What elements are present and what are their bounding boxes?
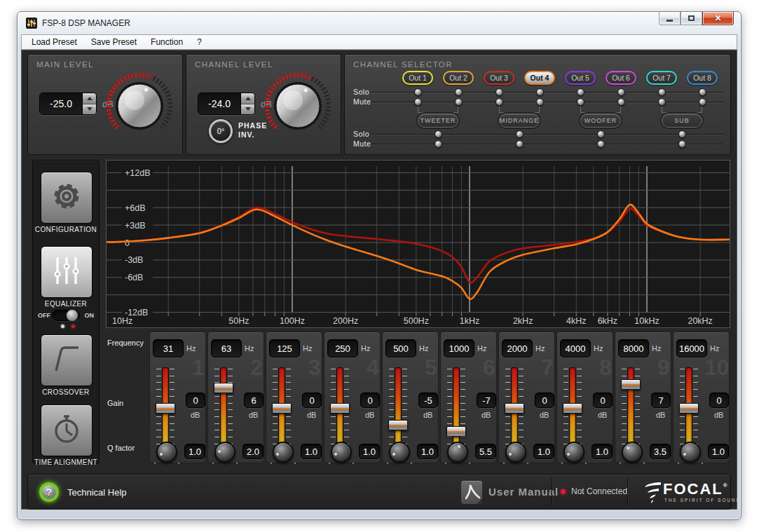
- group-solo-led-sub[interactable]: [678, 130, 686, 138]
- output-button-out-8[interactable]: Out 8: [687, 71, 718, 85]
- solo-led-out-7[interactable]: [658, 88, 666, 96]
- sidebar-item-crossover[interactable]: [41, 334, 93, 386]
- band-q-value[interactable]: 1.0: [592, 444, 613, 459]
- band-q-knob[interactable]: [680, 442, 701, 463]
- output-button-out-1[interactable]: Out 1: [402, 71, 433, 85]
- band-gain-slider-handle[interactable]: [330, 403, 350, 414]
- output-button-out-7[interactable]: Out 7: [646, 71, 677, 85]
- band-q-value[interactable]: 3.5: [650, 444, 671, 459]
- band-q-value[interactable]: 1.0: [417, 444, 438, 459]
- band-q-value[interactable]: 1.0: [301, 444, 322, 459]
- band-gain-value[interactable]: 0: [186, 393, 205, 408]
- mute-led-out-6[interactable]: [617, 98, 625, 106]
- band-gain-value[interactable]: 6: [244, 393, 264, 408]
- band-q-knob[interactable]: [447, 442, 468, 463]
- menu-help[interactable]: ?: [190, 35, 209, 49]
- channel-level-decrement-button[interactable]: [241, 104, 254, 115]
- group-solo-led-woofer[interactable]: [597, 130, 605, 138]
- group-solo-led-tweeter[interactable]: [435, 130, 442, 138]
- channel-level-knob[interactable]: [261, 69, 334, 142]
- band-q-knob[interactable]: [156, 442, 177, 463]
- band-gain-slider-handle[interactable]: [272, 403, 292, 414]
- main-level-value[interactable]: -25.0: [40, 93, 82, 114]
- band-gain-slider-handle[interactable]: [214, 383, 233, 393]
- band-gain-slider-handle[interactable]: [388, 420, 408, 430]
- minimize-button[interactable]: [659, 12, 681, 25]
- output-button-out-3[interactable]: Out 3: [484, 71, 514, 85]
- band-q-knob[interactable]: [563, 442, 584, 463]
- band-gain-value[interactable]: -7: [477, 393, 496, 408]
- main-level-knob[interactable]: [103, 69, 176, 142]
- group-button-tweeter[interactable]: TWEETER: [418, 114, 458, 128]
- channel-level-value[interactable]: -24.0: [198, 93, 240, 114]
- toggle-knob[interactable]: [66, 309, 78, 322]
- group-button-midrange[interactable]: MIDRANGE: [499, 114, 540, 128]
- main-level-increment-button[interactable]: [83, 93, 96, 104]
- band-q-knob[interactable]: [331, 442, 352, 463]
- solo-led-out-1[interactable]: [414, 88, 422, 96]
- main-level-decrement-button[interactable]: [83, 104, 96, 115]
- eq-response-graph[interactable]: +12dB+6dB+3dB0-3dB-6dB-12dB10Hz50Hz100Hz…: [106, 160, 730, 328]
- band-q-knob[interactable]: [273, 442, 294, 463]
- solo-led-out-6[interactable]: [617, 88, 625, 96]
- band-frequency-value[interactable]: 2000: [502, 339, 533, 357]
- band-frequency-value[interactable]: 4000: [560, 339, 591, 357]
- channel-level-increment-button[interactable]: [241, 93, 254, 104]
- band-gain-slider-handle[interactable]: [505, 403, 524, 414]
- band-q-value[interactable]: 1.0: [533, 444, 554, 459]
- output-button-out-2[interactable]: Out 2: [443, 71, 474, 85]
- band-gain-slider-handle[interactable]: [679, 403, 699, 414]
- maximize-button[interactable]: [681, 12, 702, 25]
- solo-led-out-8[interactable]: [699, 88, 706, 96]
- band-gain-slider-handle[interactable]: [446, 426, 466, 437]
- band-frequency-value[interactable]: 125: [269, 339, 300, 357]
- solo-led-out-5[interactable]: [577, 88, 584, 96]
- band-q-value[interactable]: 2.0: [242, 444, 264, 459]
- mute-led-out-1[interactable]: [414, 98, 422, 106]
- band-q-value[interactable]: 1.0: [359, 444, 380, 459]
- technical-help-button[interactable]: ?: [39, 482, 59, 502]
- band-gain-value[interactable]: 0: [593, 393, 613, 408]
- sidebar-item-time-alignment[interactable]: [41, 404, 93, 456]
- equalizer-onoff-toggle[interactable]: [52, 310, 80, 321]
- band-gain-value[interactable]: 0: [302, 393, 322, 408]
- user-manual-button[interactable]: User Manual: [488, 486, 559, 498]
- band-frequency-value[interactable]: 8000: [618, 339, 649, 357]
- band-q-value[interactable]: 1.0: [708, 444, 729, 459]
- band-gain-slider-handle[interactable]: [563, 403, 582, 414]
- band-frequency-value[interactable]: 16000: [676, 339, 707, 357]
- band-gain-value[interactable]: 7: [651, 393, 671, 408]
- solo-led-out-3[interactable]: [495, 88, 503, 96]
- group-mute-led-tweeter[interactable]: [435, 140, 442, 148]
- group-mute-led-midrange[interactable]: [516, 140, 524, 148]
- band-gain-slider-track[interactable]: [220, 367, 227, 449]
- band-frequency-value[interactable]: 500: [385, 339, 416, 357]
- band-frequency-value[interactable]: 250: [327, 339, 358, 357]
- phase-invert-button[interactable]: 0°: [209, 119, 233, 143]
- output-button-out-5[interactable]: Out 5: [565, 71, 596, 85]
- band-gain-slider-handle[interactable]: [621, 379, 641, 390]
- solo-led-out-2[interactable]: [455, 88, 463, 96]
- band-frequency-value[interactable]: 31: [153, 339, 184, 357]
- band-gain-value[interactable]: -5: [418, 393, 438, 408]
- mute-led-out-2[interactable]: [455, 98, 463, 106]
- group-button-woofer[interactable]: WOOFER: [580, 114, 621, 128]
- band-q-value[interactable]: 1.0: [184, 444, 205, 459]
- band-gain-value[interactable]: 0: [709, 393, 729, 408]
- close-button[interactable]: ✕: [702, 12, 734, 25]
- titlebar[interactable]: FSP-8 DSP MANAGER ✕: [18, 12, 741, 34]
- output-button-out-6[interactable]: Out 6: [606, 71, 636, 85]
- band-q-knob[interactable]: [389, 442, 410, 463]
- group-mute-led-sub[interactable]: [678, 140, 686, 148]
- band-q-value[interactable]: 5.5: [475, 444, 496, 459]
- menu-load-preset[interactable]: Load Preset: [25, 35, 84, 49]
- band-frequency-value[interactable]: 63: [211, 339, 242, 357]
- sidebar-item-equalizer[interactable]: [41, 246, 93, 298]
- solo-led-out-4[interactable]: [536, 88, 544, 96]
- menu-function[interactable]: Function: [144, 35, 190, 49]
- band-gain-value[interactable]: 0: [360, 393, 380, 408]
- mute-led-out-3[interactable]: [495, 98, 503, 106]
- pdf-icon[interactable]: [461, 481, 482, 504]
- mute-led-out-5[interactable]: [577, 98, 584, 106]
- sidebar-item-configuration[interactable]: [41, 172, 93, 224]
